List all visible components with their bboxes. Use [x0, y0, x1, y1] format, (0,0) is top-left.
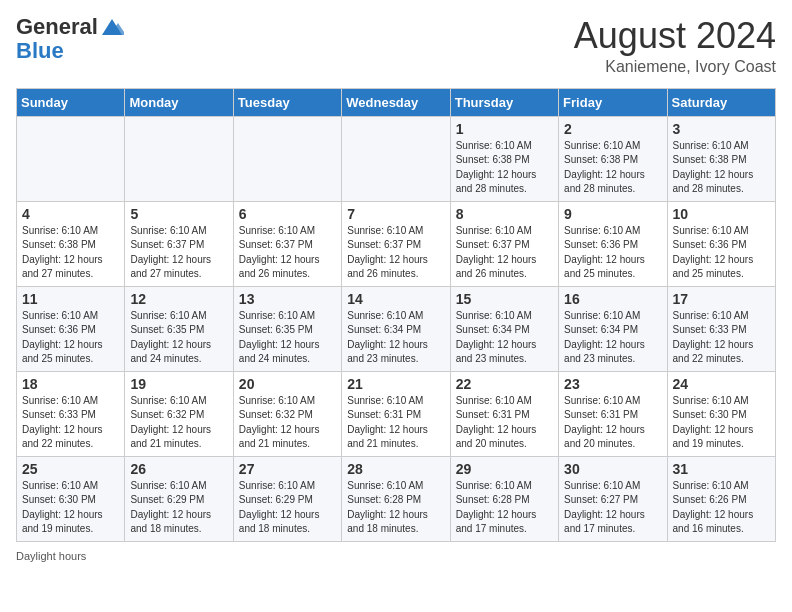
col-header-tuesday: Tuesday — [233, 88, 341, 116]
day-info: Sunrise: 6:10 AM Sunset: 6:29 PM Dayligh… — [239, 479, 336, 537]
day-number: 13 — [239, 291, 336, 307]
calendar-cell: 9Sunrise: 6:10 AM Sunset: 6:36 PM Daylig… — [559, 201, 667, 286]
day-info: Sunrise: 6:10 AM Sunset: 6:26 PM Dayligh… — [673, 479, 770, 537]
col-header-thursday: Thursday — [450, 88, 558, 116]
calendar-cell — [125, 116, 233, 201]
calendar-week-row: 25Sunrise: 6:10 AM Sunset: 6:30 PM Dayli… — [17, 456, 776, 541]
day-number: 2 — [564, 121, 661, 137]
day-number: 7 — [347, 206, 444, 222]
calendar-cell: 10Sunrise: 6:10 AM Sunset: 6:36 PM Dayli… — [667, 201, 775, 286]
day-info: Sunrise: 6:10 AM Sunset: 6:38 PM Dayligh… — [673, 139, 770, 197]
day-number: 21 — [347, 376, 444, 392]
day-number: 5 — [130, 206, 227, 222]
calendar-cell: 25Sunrise: 6:10 AM Sunset: 6:30 PM Dayli… — [17, 456, 125, 541]
footer-note: Daylight hours — [16, 550, 776, 562]
calendar-cell: 27Sunrise: 6:10 AM Sunset: 6:29 PM Dayli… — [233, 456, 341, 541]
calendar-cell — [17, 116, 125, 201]
day-number: 9 — [564, 206, 661, 222]
calendar-header-row: SundayMondayTuesdayWednesdayThursdayFrid… — [17, 88, 776, 116]
day-info: Sunrise: 6:10 AM Sunset: 6:34 PM Dayligh… — [456, 309, 553, 367]
day-number: 4 — [22, 206, 119, 222]
title-block: August 2024 Kaniemene, Ivory Coast — [574, 16, 776, 76]
day-info: Sunrise: 6:10 AM Sunset: 6:30 PM Dayligh… — [673, 394, 770, 452]
col-header-friday: Friday — [559, 88, 667, 116]
calendar-cell: 14Sunrise: 6:10 AM Sunset: 6:34 PM Dayli… — [342, 286, 450, 371]
day-info: Sunrise: 6:10 AM Sunset: 6:31 PM Dayligh… — [456, 394, 553, 452]
location-subtitle: Kaniemene, Ivory Coast — [574, 58, 776, 76]
calendar-cell: 1Sunrise: 6:10 AM Sunset: 6:38 PM Daylig… — [450, 116, 558, 201]
calendar-cell: 20Sunrise: 6:10 AM Sunset: 6:32 PM Dayli… — [233, 371, 341, 456]
day-info: Sunrise: 6:10 AM Sunset: 6:38 PM Dayligh… — [564, 139, 661, 197]
calendar-cell: 3Sunrise: 6:10 AM Sunset: 6:38 PM Daylig… — [667, 116, 775, 201]
day-number: 1 — [456, 121, 553, 137]
col-header-saturday: Saturday — [667, 88, 775, 116]
day-number: 25 — [22, 461, 119, 477]
day-info: Sunrise: 6:10 AM Sunset: 6:32 PM Dayligh… — [239, 394, 336, 452]
day-info: Sunrise: 6:10 AM Sunset: 6:34 PM Dayligh… — [347, 309, 444, 367]
logo-blue-text: Blue — [16, 38, 64, 64]
day-number: 20 — [239, 376, 336, 392]
day-number: 15 — [456, 291, 553, 307]
day-info: Sunrise: 6:10 AM Sunset: 6:37 PM Dayligh… — [456, 224, 553, 282]
day-number: 28 — [347, 461, 444, 477]
day-info: Sunrise: 6:10 AM Sunset: 6:28 PM Dayligh… — [347, 479, 444, 537]
day-info: Sunrise: 6:10 AM Sunset: 6:34 PM Dayligh… — [564, 309, 661, 367]
day-number: 11 — [22, 291, 119, 307]
day-number: 24 — [673, 376, 770, 392]
calendar-cell — [233, 116, 341, 201]
calendar-cell: 24Sunrise: 6:10 AM Sunset: 6:30 PM Dayli… — [667, 371, 775, 456]
day-info: Sunrise: 6:10 AM Sunset: 6:30 PM Dayligh… — [22, 479, 119, 537]
day-info: Sunrise: 6:10 AM Sunset: 6:35 PM Dayligh… — [130, 309, 227, 367]
day-number: 17 — [673, 291, 770, 307]
calendar-cell: 4Sunrise: 6:10 AM Sunset: 6:38 PM Daylig… — [17, 201, 125, 286]
day-number: 22 — [456, 376, 553, 392]
calendar-cell: 18Sunrise: 6:10 AM Sunset: 6:33 PM Dayli… — [17, 371, 125, 456]
calendar-cell: 12Sunrise: 6:10 AM Sunset: 6:35 PM Dayli… — [125, 286, 233, 371]
calendar-week-row: 11Sunrise: 6:10 AM Sunset: 6:36 PM Dayli… — [17, 286, 776, 371]
calendar-cell: 15Sunrise: 6:10 AM Sunset: 6:34 PM Dayli… — [450, 286, 558, 371]
calendar-cell: 11Sunrise: 6:10 AM Sunset: 6:36 PM Dayli… — [17, 286, 125, 371]
month-title: August 2024 — [574, 16, 776, 56]
day-number: 26 — [130, 461, 227, 477]
day-info: Sunrise: 6:10 AM Sunset: 6:28 PM Dayligh… — [456, 479, 553, 537]
day-number: 29 — [456, 461, 553, 477]
day-number: 6 — [239, 206, 336, 222]
day-number: 18 — [22, 376, 119, 392]
calendar-cell: 7Sunrise: 6:10 AM Sunset: 6:37 PM Daylig… — [342, 201, 450, 286]
day-number: 30 — [564, 461, 661, 477]
calendar-cell: 31Sunrise: 6:10 AM Sunset: 6:26 PM Dayli… — [667, 456, 775, 541]
day-info: Sunrise: 6:10 AM Sunset: 6:37 PM Dayligh… — [347, 224, 444, 282]
calendar-cell: 8Sunrise: 6:10 AM Sunset: 6:37 PM Daylig… — [450, 201, 558, 286]
calendar-cell: 16Sunrise: 6:10 AM Sunset: 6:34 PM Dayli… — [559, 286, 667, 371]
day-number: 3 — [673, 121, 770, 137]
calendar-week-row: 18Sunrise: 6:10 AM Sunset: 6:33 PM Dayli… — [17, 371, 776, 456]
day-number: 27 — [239, 461, 336, 477]
day-number: 16 — [564, 291, 661, 307]
calendar-cell: 13Sunrise: 6:10 AM Sunset: 6:35 PM Dayli… — [233, 286, 341, 371]
calendar-cell: 21Sunrise: 6:10 AM Sunset: 6:31 PM Dayli… — [342, 371, 450, 456]
page-header: General Blue August 2024 Kaniemene, Ivor… — [16, 16, 776, 76]
calendar-cell: 22Sunrise: 6:10 AM Sunset: 6:31 PM Dayli… — [450, 371, 558, 456]
calendar-cell: 19Sunrise: 6:10 AM Sunset: 6:32 PM Dayli… — [125, 371, 233, 456]
day-info: Sunrise: 6:10 AM Sunset: 6:36 PM Dayligh… — [564, 224, 661, 282]
calendar-cell — [342, 116, 450, 201]
calendar-cell: 5Sunrise: 6:10 AM Sunset: 6:37 PM Daylig… — [125, 201, 233, 286]
logo-general-text: General — [16, 16, 98, 38]
calendar-table: SundayMondayTuesdayWednesdayThursdayFrid… — [16, 88, 776, 542]
day-info: Sunrise: 6:10 AM Sunset: 6:31 PM Dayligh… — [564, 394, 661, 452]
day-number: 23 — [564, 376, 661, 392]
day-info: Sunrise: 6:10 AM Sunset: 6:36 PM Dayligh… — [22, 309, 119, 367]
day-number: 12 — [130, 291, 227, 307]
calendar-cell: 6Sunrise: 6:10 AM Sunset: 6:37 PM Daylig… — [233, 201, 341, 286]
day-info: Sunrise: 6:10 AM Sunset: 6:33 PM Dayligh… — [22, 394, 119, 452]
logo-icon — [100, 17, 124, 37]
calendar-cell: 26Sunrise: 6:10 AM Sunset: 6:29 PM Dayli… — [125, 456, 233, 541]
calendar-cell: 17Sunrise: 6:10 AM Sunset: 6:33 PM Dayli… — [667, 286, 775, 371]
day-info: Sunrise: 6:10 AM Sunset: 6:37 PM Dayligh… — [239, 224, 336, 282]
day-info: Sunrise: 6:10 AM Sunset: 6:33 PM Dayligh… — [673, 309, 770, 367]
day-info: Sunrise: 6:10 AM Sunset: 6:29 PM Dayligh… — [130, 479, 227, 537]
day-info: Sunrise: 6:10 AM Sunset: 6:32 PM Dayligh… — [130, 394, 227, 452]
calendar-week-row: 1Sunrise: 6:10 AM Sunset: 6:38 PM Daylig… — [17, 116, 776, 201]
day-info: Sunrise: 6:10 AM Sunset: 6:38 PM Dayligh… — [22, 224, 119, 282]
daylight-label: Daylight hours — [16, 550, 86, 562]
